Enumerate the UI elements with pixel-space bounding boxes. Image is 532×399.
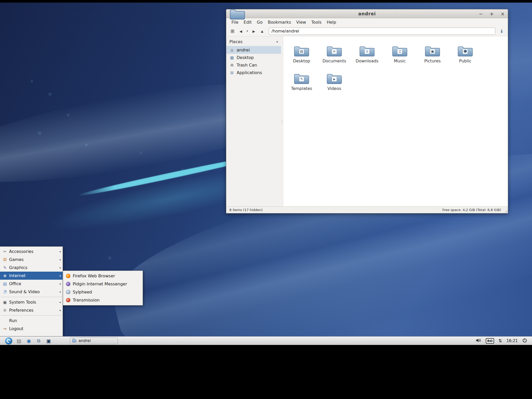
submenu-item-pidgin[interactable]: Pidgin Internet Messenger (63, 280, 143, 288)
path-input[interactable] (269, 28, 495, 35)
office-icon (2, 282, 8, 286)
launcher-windows-icon[interactable] (36, 338, 42, 344)
new-tab-button[interactable] (228, 27, 237, 35)
public-emblem-icon (463, 49, 468, 54)
forward-button[interactable] (250, 27, 258, 35)
games-icon (2, 257, 8, 262)
sidebar-item-label: Applications (237, 70, 262, 75)
window-titlebar[interactable]: andrei − + × (226, 9, 508, 18)
documents-emblem-icon (332, 49, 337, 54)
folder-desktop[interactable]: Desktop (285, 38, 318, 66)
minimize-button[interactable]: − (479, 10, 483, 18)
start-menu-item-logout[interactable]: Logout (0, 325, 63, 333)
sidebar-item-home[interactable]: andrei (226, 46, 281, 54)
keyboard-layout-indicator[interactable]: RO (486, 338, 494, 344)
menu-tools[interactable]: Tools (309, 19, 324, 25)
menu-item-label: Logout (9, 326, 23, 331)
sidebar-item-trash[interactable]: Trash Can (226, 61, 281, 69)
launcher-file-cabinet-icon[interactable] (16, 338, 22, 344)
applications-icon (229, 70, 235, 75)
start-menu-item-sound-video[interactable]: Sound & Video (0, 288, 63, 296)
logout-icon (2, 326, 8, 331)
window-menubar: File Edit Go Bookmarks View Tools Help (226, 18, 508, 26)
folder-label: Templates (291, 86, 312, 91)
sidebar-item-desktop[interactable]: Desktop (226, 54, 281, 61)
start-menu-item-games[interactable]: Games (0, 256, 63, 264)
submenu-item-sylpheed[interactable]: Sylpheed (63, 288, 143, 296)
start-menu-item-internet[interactable]: Internet (0, 272, 63, 280)
status-item-count: 8 items (17 hidden) (229, 208, 263, 212)
sylpheed-icon (66, 290, 70, 294)
history-dropdown-icon[interactable] (245, 27, 250, 35)
volume-icon[interactable] (476, 338, 481, 344)
folder-public[interactable]: Public (449, 38, 482, 66)
menu-separator (1, 315, 62, 316)
sidebar-item-applications[interactable]: Applications (226, 69, 281, 76)
window-resize-grip[interactable] (503, 209, 508, 213)
folder-label: Documents (322, 58, 346, 63)
clock[interactable]: 16:21 (507, 338, 518, 343)
downloads-emblem-icon (364, 49, 370, 54)
folder-documents[interactable]: Documents (318, 38, 351, 66)
start-menu-item-graphics[interactable]: Graphics (0, 264, 63, 272)
folder-downloads-icon (359, 44, 375, 57)
menu-item-label: Preferences (9, 308, 34, 313)
start-menu-item-run[interactable]: Run (0, 317, 63, 325)
transmission-icon (66, 298, 70, 302)
task-button-label: andrei (78, 338, 91, 343)
start-menu-item-accessories[interactable]: Accessories (0, 247, 63, 256)
power-button[interactable] (522, 338, 527, 344)
start-menu-button[interactable] (5, 337, 12, 344)
close-button[interactable]: × (501, 10, 505, 18)
taskbar-window-button[interactable]: andrei (70, 337, 118, 344)
folder-videos[interactable]: Videos (318, 66, 351, 93)
launcher-show-desktop-icon[interactable] (45, 338, 52, 344)
internet-submenu: Firefox Web Browser Pidgin Internet Mess… (63, 271, 143, 305)
submenu-item-firefox[interactable]: Firefox Web Browser (63, 272, 143, 280)
folder-desktop-icon (294, 44, 310, 57)
sidebar-item-label: Trash Can (237, 63, 257, 68)
submenu-arrow-icon (60, 258, 61, 261)
templates-emblem-icon (299, 76, 304, 82)
firefox-icon (66, 274, 70, 278)
folder-label: Pictures (424, 58, 441, 63)
pictures-emblem-icon (430, 49, 435, 54)
file-manager-window: andrei − + × File Edit Go Bookmarks View… (226, 9, 508, 213)
folder-label: Desktop (293, 58, 310, 63)
desktop[interactable]: andrei − + × File Edit Go Bookmarks View… (0, 3, 532, 345)
launcher-globe-icon[interactable] (26, 338, 32, 344)
maximize-button[interactable]: + (490, 10, 494, 18)
places-mode-selector[interactable]: Places ▾ (226, 37, 281, 46)
folder-videos-icon (326, 72, 342, 85)
desktop-emblem-icon (299, 49, 304, 54)
menu-item-label: Internet (9, 273, 26, 278)
menu-bookmarks[interactable]: Bookmarks (265, 19, 294, 25)
menu-help[interactable]: Help (324, 19, 339, 25)
sidebar-splitter[interactable]: ⋮ (281, 36, 283, 206)
start-menu-item-system-tools[interactable]: System Tools (0, 298, 63, 306)
menu-item-label: Firefox Web Browser (73, 273, 115, 278)
menu-item-label: Pidgin Internet Messenger (73, 282, 127, 286)
menu-item-label: Games (9, 257, 24, 262)
folder-downloads[interactable]: Downloads (351, 38, 383, 66)
menu-go[interactable]: Go (254, 19, 265, 25)
sound-video-icon (2, 290, 8, 294)
back-button[interactable] (237, 27, 245, 35)
up-button[interactable] (258, 27, 266, 35)
folder-pictures[interactable]: Pictures (416, 38, 449, 66)
menu-view[interactable]: View (294, 19, 309, 25)
start-menu-item-preferences[interactable]: Preferences (0, 306, 63, 314)
file-view[interactable]: Desktop Documents Do (283, 36, 508, 206)
folder-templates[interactable]: Templates (285, 66, 318, 93)
system-tools-icon (2, 300, 8, 305)
start-menu-item-office[interactable]: Office (0, 280, 63, 288)
jump-to-path-button[interactable] (497, 27, 506, 35)
menu-item-label: Transmission (73, 298, 99, 303)
window-title: andrei (226, 11, 508, 16)
network-icon[interactable] (498, 338, 502, 343)
submenu-item-transmission[interactable]: Transmission (63, 296, 143, 304)
folder-music[interactable]: Music (383, 38, 416, 66)
music-emblem-icon (397, 49, 402, 54)
menu-item-label: Accessories (9, 249, 34, 254)
screen: andrei − + × File Edit Go Bookmarks View… (0, 0, 532, 399)
